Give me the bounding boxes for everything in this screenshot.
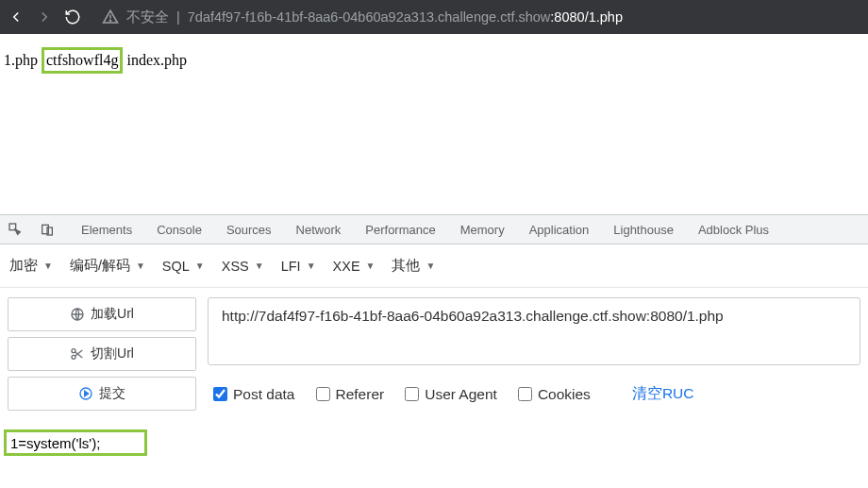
tab-adblock[interactable]: Adblock Plus	[694, 223, 773, 237]
tab-elements[interactable]: Elements	[77, 223, 136, 237]
device-toggle-icon[interactable]	[40, 222, 55, 237]
url-text: 7daf4f97-f16b-41bf-8aa6-04b60a92a313.cha…	[188, 9, 623, 25]
referer-check[interactable]	[316, 387, 330, 401]
menu-xss[interactable]: XSS▼	[222, 259, 264, 274]
menu-xxe[interactable]: XXE▼	[333, 259, 376, 274]
address-bar[interactable]: 不安全 | 7daf4f97-f16b-41bf-8aa6-04b60a92a3…	[92, 8, 623, 26]
inspect-icon[interactable]	[8, 222, 23, 237]
post-data-input[interactable]	[4, 429, 147, 456]
split-url-label: 切割Url	[91, 345, 134, 362]
referer-checkbox[interactable]: Referer	[316, 386, 385, 403]
caret-down-icon: ▼	[426, 261, 435, 271]
right-column: Post data Referer User Agent Cookies 清空R…	[208, 297, 860, 404]
tab-network[interactable]: Network	[292, 223, 345, 237]
menu-encode[interactable]: 编码/解码▼	[70, 257, 145, 275]
button-column: 加载Url 切割Url 提交	[8, 297, 196, 411]
load-url-label: 加载Url	[91, 306, 134, 323]
svg-point-7	[72, 355, 75, 359]
menu-lfi[interactable]: LFI▼	[281, 259, 316, 274]
post-data-check[interactable]	[213, 387, 227, 401]
forward-icon[interactable]	[36, 8, 53, 25]
world-icon	[70, 307, 85, 322]
url-input[interactable]	[208, 297, 860, 365]
tab-performance[interactable]: Performance	[361, 223, 439, 237]
submit-button[interactable]: 提交	[8, 377, 196, 411]
caret-down-icon: ▼	[255, 261, 264, 271]
svg-marker-11	[85, 391, 89, 395]
submit-label: 提交	[99, 385, 125, 402]
hackbar-toolbar: 加密▼ 编码/解码▼ SQL▼ XSS▼ LFI▼ XXE▼ 其他▼	[0, 244, 868, 288]
reload-icon[interactable]	[64, 8, 81, 25]
file-list-after: index.php	[123, 52, 187, 68]
tab-application[interactable]: Application	[526, 223, 593, 237]
cookies-checkbox[interactable]: Cookies	[518, 386, 591, 403]
split-url-button[interactable]: 切割Url	[8, 337, 196, 371]
svg-point-1	[109, 20, 110, 21]
page-body: 1.php ctfshowfl4g index.php	[0, 34, 868, 87]
options-row: Post data Referer User Agent Cookies 清空R…	[208, 384, 860, 404]
devtools-tabstrip: Elements Console Sources Network Perform…	[0, 214, 868, 244]
caret-down-icon: ▼	[43, 261, 53, 271]
svg-point-6	[72, 349, 75, 353]
tab-memory[interactable]: Memory	[457, 223, 509, 237]
menu-encrypt[interactable]: 加密▼	[9, 257, 53, 275]
cookies-check[interactable]	[518, 387, 532, 401]
back-icon[interactable]	[8, 8, 25, 25]
caret-down-icon: ▼	[307, 261, 316, 271]
menu-sql[interactable]: SQL▼	[162, 259, 205, 274]
user-agent-checkbox[interactable]: User Agent	[405, 386, 497, 403]
spacer	[0, 87, 868, 214]
insecure-label: 不安全	[126, 8, 169, 26]
clear-ruc-link[interactable]: 清空RUC	[632, 384, 694, 404]
tab-sources[interactable]: Sources	[223, 223, 275, 237]
menu-other[interactable]: 其他▼	[392, 257, 435, 275]
load-url-button[interactable]: 加载Url	[8, 297, 196, 331]
scissors-icon	[70, 346, 85, 362]
insecure-warning-icon	[102, 8, 119, 25]
caret-down-icon: ▼	[195, 261, 205, 271]
flag-file-highlight: ctfshowfl4g	[42, 47, 123, 74]
ua-check[interactable]	[405, 387, 419, 401]
hackbar-panel: 加载Url 切割Url 提交 Post data Referer User Ag…	[0, 288, 868, 420]
caret-down-icon: ▼	[136, 261, 145, 271]
file-list-before: 1.php	[4, 52, 42, 68]
browser-nav-bar: 不安全 | 7daf4f97-f16b-41bf-8aa6-04b60a92a3…	[0, 0, 868, 34]
separator: |	[176, 9, 180, 25]
caret-down-icon: ▼	[366, 261, 376, 271]
play-icon	[78, 386, 93, 401]
payload-row	[0, 420, 868, 462]
tab-lighthouse[interactable]: Lighthouse	[609, 223, 677, 237]
post-data-checkbox[interactable]: Post data	[213, 386, 295, 403]
tab-console[interactable]: Console	[153, 223, 206, 237]
